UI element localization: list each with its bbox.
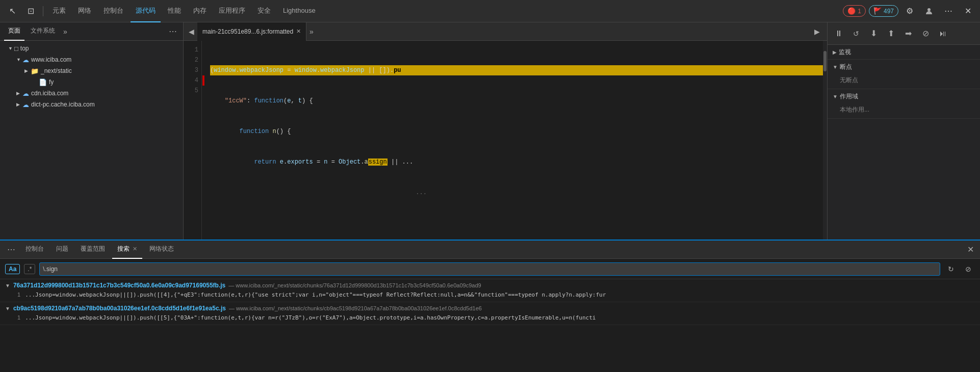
debugger-toolbar: ⏸ ↺ ⬇ ⬆ ➡ ⊘ ⏯ bbox=[828, 22, 980, 45]
bottom-panel-close[interactable]: ✕ bbox=[965, 243, 976, 256]
debug-step-out-button[interactable]: ⬆ bbox=[884, 26, 898, 41]
toolbar: ↖ ⊡ 元素 网络 控制台 源代码 性能 内存 应用程序 安全 Lighthou… bbox=[0, 0, 980, 22]
code-line-3: function n() { bbox=[210, 126, 823, 137]
no-breakpoints-text: 无断点 bbox=[840, 76, 858, 84]
tab-lighthouse[interactable]: Lighthouse bbox=[278, 0, 321, 22]
tree-item-fy[interactable]: 📄 fy bbox=[0, 76, 183, 88]
watch-label: 监视 bbox=[839, 48, 851, 57]
bottom-tab-search[interactable]: 搜索 ✕ bbox=[112, 241, 142, 259]
tree-item-dict-pc[interactable]: ▶ ☁ dict-pc.cache.iciba.com bbox=[0, 99, 183, 110]
tab-application[interactable]: 应用程序 bbox=[214, 0, 250, 22]
search-results: ▼ 76a371d12d999800d13b1571c1c7b3c549cf50… bbox=[0, 279, 980, 372]
scope-label: 作用域 bbox=[840, 92, 858, 101]
code-line-1: (window.webpackJsonp = window.webpackJso… bbox=[210, 65, 823, 75]
file-icon: 📄 bbox=[39, 78, 47, 86]
tab-network[interactable]: 网络 bbox=[73, 0, 96, 22]
more-button[interactable]: ⋯ bbox=[940, 3, 957, 19]
debug-pause-button[interactable]: ⏸ bbox=[832, 26, 846, 41]
cursor-tool-button[interactable]: ↖ bbox=[4, 3, 20, 19]
result-filepath-2: — www.iciba.com/_next/static/chunks/cb9a… bbox=[229, 305, 482, 311]
bottom-tab-issues[interactable]: 问题 bbox=[51, 241, 73, 259]
search-result-file-1[interactable]: ▼ 76a371d12d999800d13b1571c1c7b3c549cf50… bbox=[0, 279, 980, 302]
breakpoints-arrow: ▼ bbox=[833, 64, 838, 70]
settings-button[interactable]: ⚙ bbox=[901, 3, 918, 19]
search-bar: Aa .* ↻ ⊘ bbox=[0, 259, 980, 279]
profile-button[interactable] bbox=[921, 3, 937, 19]
cloud-icon-dict: ☁ bbox=[22, 101, 29, 109]
scrollbar-thumb[interactable] bbox=[823, 51, 827, 71]
debug-step-over-button[interactable]: ↺ bbox=[849, 26, 863, 41]
device-tool-button[interactable]: ⊡ bbox=[22, 3, 39, 19]
cloud-icon-cdn: ☁ bbox=[22, 90, 29, 97]
error-icon: 🔴 bbox=[847, 7, 856, 15]
debug-deactivate-button[interactable]: ⊘ bbox=[918, 26, 933, 41]
scope-text: 本地作用... bbox=[840, 106, 869, 113]
run-snippet-button[interactable]: ▶ bbox=[812, 25, 822, 38]
panel-tab-page[interactable]: 页面 bbox=[4, 22, 24, 41]
center-panel: ◀ main-21cc951e89...6.js:formatted ✕ » ▶… bbox=[184, 22, 827, 372]
tree-item-top[interactable]: ▼ □ top bbox=[0, 43, 183, 54]
watch-section-header[interactable]: ▶ 监视 bbox=[828, 45, 980, 59]
search-refresh-button[interactable]: ↻ bbox=[944, 262, 958, 276]
debug-step-button[interactable]: ➡ bbox=[901, 26, 915, 41]
panel-tabs-more[interactable]: » bbox=[63, 28, 67, 36]
debug-async-button[interactable]: ⏯ bbox=[936, 26, 950, 41]
scope-section-header[interactable]: ▼ 作用域 bbox=[828, 89, 980, 103]
panel-menu[interactable]: ⋯ bbox=[167, 24, 179, 38]
scope-content: 本地作用... bbox=[828, 103, 980, 118]
watch-section: ▶ 监视 bbox=[828, 45, 980, 60]
bottom-tab-network-status[interactable]: 网络状态 bbox=[144, 241, 179, 259]
editor-tab-main[interactable]: main-21cc951e89...6.js:formatted ✕ bbox=[197, 22, 306, 41]
result-file-header-2: ▼ cb9ac5198d9210a67a7ab78b0ba00a31026ee1… bbox=[5, 305, 975, 312]
tab-elements[interactable]: 元素 bbox=[47, 0, 71, 22]
search-regex-button[interactable]: .* bbox=[24, 264, 35, 274]
tab-overflow[interactable]: » bbox=[306, 28, 317, 36]
search-input-wrapper bbox=[39, 262, 940, 276]
breakpoints-label: 断点 bbox=[840, 63, 852, 71]
warning-badge[interactable]: 🚩 497 bbox=[869, 5, 898, 17]
tab-security[interactable]: 安全 bbox=[252, 0, 276, 22]
search-input[interactable] bbox=[43, 265, 937, 273]
search-tab-close[interactable]: ✕ bbox=[133, 246, 137, 252]
folder-fill-icon: 📁 bbox=[31, 67, 39, 75]
toolbar-separator bbox=[43, 6, 43, 16]
search-result-file-2[interactable]: ▼ cb9ac5198d9210a67a7ab78b0ba00a31026ee1… bbox=[0, 302, 980, 325]
bottom-tab-coverage[interactable]: 覆盖范围 bbox=[75, 241, 110, 259]
tab-label: main-21cc951e89...6.js:formatted bbox=[202, 28, 293, 35]
result-arrow-1: ▼ bbox=[5, 283, 10, 288]
breakpoints-content: 无断点 bbox=[828, 74, 980, 89]
tree-item-cdn-iciba[interactable]: ▶ ☁ cdn.iciba.com bbox=[0, 88, 183, 99]
scope-section: ▼ 作用域 本地作用... bbox=[828, 89, 980, 119]
close-button[interactable]: ✕ bbox=[960, 3, 976, 19]
editor-tabs: ◀ main-21cc951e89...6.js:formatted ✕ » ▶ bbox=[184, 22, 827, 41]
bottom-tab-console[interactable]: 控制台 bbox=[20, 241, 49, 259]
tab-memory[interactable]: 内存 bbox=[188, 0, 212, 22]
folder-icon: □ bbox=[14, 45, 18, 52]
bottom-tabs-more[interactable]: ⋯ bbox=[4, 245, 18, 254]
search-clear-button[interactable]: ⊘ bbox=[962, 262, 975, 276]
tab-close-button[interactable]: ✕ bbox=[296, 28, 301, 35]
result-filename-1: 76a371d12d999800d13b1571c1c7b3c549cf50a0… bbox=[13, 282, 225, 289]
bottom-tabs: ⋯ 控制台 问题 覆盖范围 搜索 ✕ 网络状态 ✕ bbox=[0, 241, 980, 259]
breakpoints-section-header[interactable]: ▼ 断点 bbox=[828, 60, 980, 74]
tree-item-next-static[interactable]: ▶ 📁 _next/static bbox=[0, 65, 183, 76]
bottom-panel: ⋯ 控制台 问题 覆盖范围 搜索 ✕ 网络状态 ✕ Aa .* bbox=[0, 240, 980, 372]
warning-count: 497 bbox=[884, 8, 894, 15]
code-line-2: "1ccW": function(e, t) { bbox=[210, 96, 823, 106]
error-badge[interactable]: 🔴 1 bbox=[843, 5, 866, 17]
code-line-4: return e.exports = n = Object.assign || … bbox=[210, 157, 823, 167]
search-match-case-button[interactable]: Aa bbox=[5, 264, 20, 274]
tab-sources[interactable]: 源代码 bbox=[131, 0, 161, 22]
debug-step-into-button[interactable]: ⬇ bbox=[866, 26, 881, 41]
tree-item-www-iciba[interactable]: ▼ ☁ www.iciba.com bbox=[0, 54, 183, 65]
toolbar-right: 🔴 1 🚩 497 ⚙ ⋯ ✕ bbox=[843, 3, 976, 19]
result-line-2-1[interactable]: 1 ...Jsonp=window.webpackJsonp||[]).push… bbox=[5, 313, 975, 322]
watch-arrow: ▶ bbox=[833, 49, 837, 55]
result-filepath-1: — www.iciba.com/_next/static/chunks/76a3… bbox=[228, 282, 481, 288]
tab-console[interactable]: 控制台 bbox=[98, 0, 128, 22]
tab-performance[interactable]: 性能 bbox=[163, 0, 186, 22]
tab-scroll-left[interactable]: ◀ bbox=[186, 28, 197, 36]
result-line-1-1[interactable]: 1 ...Jsonp=window.webpackJsonp||[]).push… bbox=[5, 290, 975, 299]
left-panel-tabs: 页面 文件系统 » ⋯ bbox=[0, 22, 183, 41]
panel-tab-filesystem[interactable]: 文件系统 bbox=[27, 22, 59, 41]
